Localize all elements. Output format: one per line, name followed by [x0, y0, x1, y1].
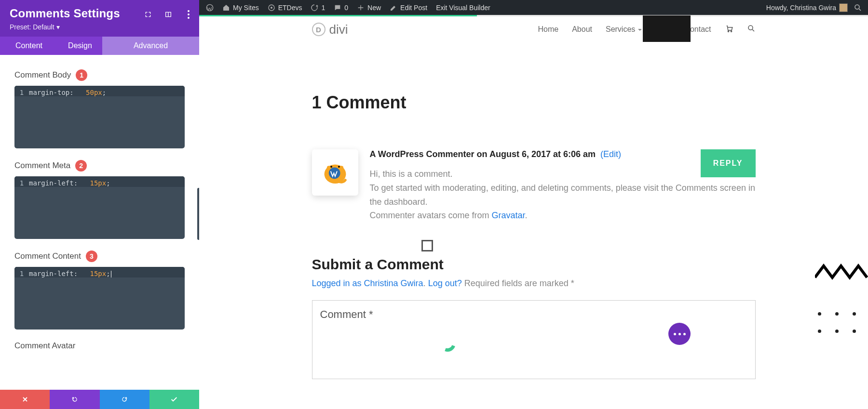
section-comment-avatar: Comment Avatar — [14, 341, 185, 351]
site-logo[interactable]: D divi — [312, 22, 348, 37]
section-comment-meta: Comment Meta 2 1 margin-left: 15px; — [14, 160, 185, 239]
wp-logo-icon[interactable] — [206, 4, 214, 12]
panel-header: Comments Settings Preset: Default ▾ — [0, 0, 199, 37]
redo-button[interactable] — [100, 390, 149, 409]
panel-footer — [0, 390, 199, 409]
search-icon[interactable] — [854, 3, 862, 12]
tab-advanced[interactable]: Advanced — [102, 37, 199, 55]
section-label: Comment Content — [14, 251, 81, 261]
save-button[interactable] — [149, 390, 199, 409]
site-nav: D divi Home About Services Blog Contact — [199, 16, 868, 42]
svg-point-9 — [339, 166, 343, 170]
edit-post-link[interactable]: Edit Post — [390, 4, 427, 12]
svg-point-12 — [338, 166, 339, 168]
svg-point-10 — [326, 166, 330, 170]
dots-decoration — [818, 312, 861, 338]
comment-text: Hi, this is a comment. To get started wi… — [370, 167, 756, 223]
cancel-button[interactable] — [0, 390, 50, 409]
section-label: Comment Meta — [14, 161, 70, 171]
avatar-icon — [839, 3, 848, 12]
svg-point-6 — [748, 26, 753, 30]
site-preview: My Sites ETDevs 1 0 New Edit Post Exit V… — [199, 0, 868, 409]
code-editor-meta[interactable]: 1 margin-left: 15px; — [14, 176, 185, 239]
edit-comment-link[interactable]: (Edit) — [600, 149, 621, 159]
svg-point-8 — [328, 167, 340, 179]
comment-form-subtext: Logged in as Christina Gwira. Log out? R… — [312, 278, 756, 289]
wapuu-icon — [319, 157, 351, 188]
logout-link[interactable]: Log out? — [428, 278, 462, 288]
panel-body: Comment Body 1 1 margin-top: 50px; — [0, 55, 199, 390]
tab-content[interactable]: Content — [0, 37, 58, 55]
section-label: Comment Avatar — [14, 341, 75, 351]
svg-point-4 — [728, 31, 729, 32]
settings-panel: Comments Settings Preset: Default ▾ Cont… — [0, 0, 199, 409]
more-menu-icon[interactable] — [185, 11, 192, 18]
logged-in-link[interactable]: Logged in as Christina Gwira — [312, 278, 423, 288]
chevron-down-icon: ▾ — [56, 23, 60, 31]
search-icon[interactable] — [747, 24, 756, 35]
undo-button[interactable] — [50, 390, 99, 409]
reply-button[interactable]: REPLY — [701, 149, 756, 177]
wp-admin-bar: My Sites ETDevs 1 0 New Edit Post Exit V… — [199, 0, 868, 15]
textarea-placeholder: Comment * — [320, 308, 747, 321]
line-number: 1 — [14, 267, 29, 277]
tab-design[interactable]: Design — [58, 37, 102, 55]
expand-icon[interactable] — [144, 11, 152, 18]
comment-meta: A WordPress Commenter on August 6, 2017 … — [370, 149, 756, 159]
columns-icon[interactable] — [164, 11, 172, 18]
preset-label: Preset: Default — [10, 23, 54, 31]
code-line: margin-left: 15px; — [29, 176, 110, 187]
logo-text: divi — [329, 22, 348, 37]
comment-form-heading: Submit a Comment — [312, 256, 756, 273]
my-sites-menu[interactable]: My Sites — [222, 4, 259, 12]
section-comment-body: Comment Body 1 1 margin-top: 50px; — [14, 69, 185, 148]
comment-item: A WordPress Commenter on August 6, 2017 … — [312, 149, 756, 223]
section-comment-content: Comment Content 3 1 margin-left: 15px; — [14, 251, 185, 330]
comment-avatar — [312, 149, 358, 196]
code-line: margin-top: 50px; — [29, 86, 106, 96]
line-number: 1 — [14, 86, 29, 96]
svg-point-2 — [271, 7, 272, 9]
comments-menu[interactable]: 0 — [334, 4, 348, 12]
comment-author[interactable]: A WordPress Commenter — [370, 149, 475, 159]
nav-about[interactable]: About — [572, 25, 592, 34]
code-editor-content[interactable]: 1 margin-left: 15px; — [14, 267, 185, 330]
comments-heading: 1 Comment — [312, 92, 756, 113]
nav-home[interactable]: Home — [538, 25, 558, 34]
module-settings-fab[interactable] — [668, 323, 691, 345]
updates-menu[interactable]: 1 — [311, 4, 325, 12]
svg-point-3 — [855, 5, 859, 9]
exit-visual-builder-link[interactable]: Exit Visual Builder — [436, 4, 490, 12]
step-badge-3: 3 — [86, 251, 97, 262]
code-line: margin-left: 15px; — [29, 267, 111, 277]
comment-date: August 6, 2017 at 6:06 am — [489, 149, 596, 159]
site-menu[interactable]: ETDevs — [268, 4, 302, 12]
line-number: 1 — [14, 176, 29, 187]
zigzag-decoration — [815, 263, 868, 282]
new-menu[interactable]: New — [357, 4, 381, 12]
svg-point-5 — [731, 31, 732, 32]
square-decoration — [421, 240, 433, 251]
svg-point-11 — [330, 166, 332, 168]
section-label: Comment Body — [14, 70, 71, 80]
cart-icon[interactable] — [725, 24, 733, 35]
step-badge-2: 2 — [75, 160, 87, 172]
code-editor-body[interactable]: 1 margin-top: 50px; — [14, 86, 185, 148]
gravatar-link[interactable]: Gravatar — [492, 211, 525, 220]
howdy-user[interactable]: Howdy, Christina Gwira — [766, 3, 848, 12]
panel-tabs: Content Design Advanced — [0, 37, 199, 55]
preset-dropdown[interactable]: Preset: Default ▾ — [10, 23, 190, 31]
nav-services[interactable]: Services — [606, 25, 642, 34]
step-badge-1: 1 — [76, 69, 87, 81]
logo-icon: D — [312, 23, 326, 36]
